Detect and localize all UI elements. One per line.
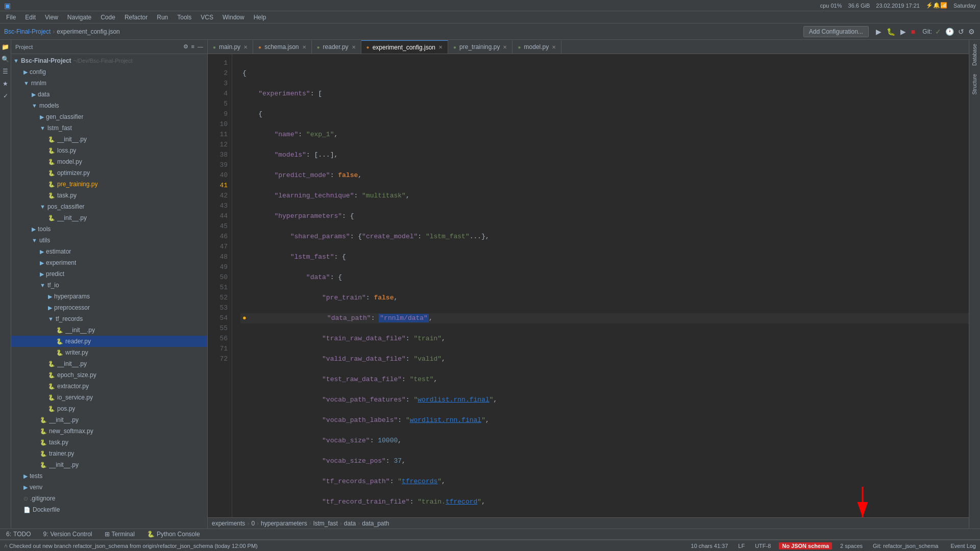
- status-json-schema-badge[interactable]: No JSON schema: [779, 542, 832, 549]
- tab-model-py-close[interactable]: ✕: [552, 44, 556, 50]
- tree-item-venv[interactable]: ▶ venv: [11, 482, 207, 493]
- tree-item-epoch-size[interactable]: 🐍 epoch_size.py: [11, 369, 207, 381]
- settings-icon[interactable]: ⚙: [967, 27, 976, 37]
- tree-item-dockerfile[interactable]: 📄 Dockerfile: [11, 504, 207, 515]
- tree-item-init6[interactable]: 🐍 __init__.py: [11, 459, 207, 470]
- breadcrumb-0[interactable]: 0: [251, 520, 255, 527]
- tree-item-models[interactable]: ▼ models: [11, 100, 207, 111]
- tree-item-init5[interactable]: 🐍 __init__.py: [11, 414, 207, 425]
- sidebar-cog-icon[interactable]: ≡: [191, 43, 194, 50]
- database-panel-label[interactable]: Database: [971, 42, 978, 68]
- breadcrumb-data[interactable]: data: [344, 520, 356, 527]
- tree-item-pos[interactable]: 🐍 pos.py: [11, 403, 207, 414]
- code-editor[interactable]: 1 2 3 4 5 9 10 11 12 38 39 40 41 42 43 4…: [208, 54, 969, 517]
- tree-item-extractor[interactable]: 🐍 extractor.py: [11, 381, 207, 392]
- coverage-icon[interactable]: ▶: [899, 27, 907, 37]
- menu-view[interactable]: View: [41, 13, 62, 22]
- status-lf[interactable]: LF: [736, 543, 747, 549]
- tree-item-init3[interactable]: 🐍 __init__.py: [11, 324, 207, 336]
- project-tool-icon[interactable]: 📁: [1, 42, 11, 52]
- tree-item-preprocessor[interactable]: ▶ preprocessor: [11, 302, 207, 313]
- structure-tool-icon[interactable]: ☰: [1, 66, 11, 77]
- menu-window[interactable]: Window: [218, 13, 249, 22]
- menu-vcs[interactable]: VCS: [197, 13, 217, 22]
- breadcrumb-lstm-fast[interactable]: lstm_fast: [313, 520, 338, 527]
- tree-item-init1[interactable]: 🐍 __init__.py: [11, 134, 207, 145]
- tree-item-utils[interactable]: ▼ utils: [11, 235, 207, 246]
- tab-schema-json[interactable]: ● schema.json ✕: [253, 40, 311, 54]
- search-tool-icon[interactable]: 🔍: [1, 54, 11, 64]
- menu-refactor[interactable]: Refactor: [120, 13, 152, 22]
- menu-file[interactable]: File: [2, 13, 20, 22]
- status-indent[interactable]: 2 spaces: [838, 543, 865, 549]
- code-content[interactable]: { "experiments": [ { "name": "exp_1", "m…: [232, 54, 969, 517]
- stop-icon[interactable]: ■: [910, 27, 916, 37]
- active-file-tab[interactable]: experiment_config.json: [57, 28, 119, 35]
- sidebar-collapse-icon[interactable]: —: [198, 43, 203, 50]
- tab-reader-py[interactable]: ● reader.py ✕: [312, 40, 361, 54]
- menu-help[interactable]: Help: [250, 13, 271, 22]
- tab-model-py[interactable]: ● model.py ✕: [512, 40, 561, 54]
- tree-item-rnnlm[interactable]: ▼ rnnlm: [11, 78, 207, 89]
- tab-pre-training[interactable]: ● pre_training.py ✕: [448, 40, 512, 54]
- debug-icon[interactable]: 🐛: [886, 27, 896, 37]
- tree-item-tf-records[interactable]: ▼ tf_records: [11, 313, 207, 324]
- bottom-tab-terminal[interactable]: ⊞ Terminal: [103, 530, 137, 539]
- tree-item-hyperparams[interactable]: ▶ hyperparams: [11, 291, 207, 302]
- menu-edit[interactable]: Edit: [21, 13, 40, 22]
- structure-panel-label[interactable]: Structure: [971, 72, 978, 97]
- add-configuration-button[interactable]: Add Configuration...: [803, 26, 869, 37]
- tree-item-data[interactable]: ▶ data: [11, 89, 207, 100]
- tree-item-gitignore[interactable]: ⊙ .gitignore: [11, 493, 207, 504]
- project-name[interactable]: Bsc-Final-Project: [4, 28, 51, 35]
- menu-tools[interactable]: Tools: [173, 13, 195, 22]
- tree-item-writer[interactable]: 🐍 writer.py: [11, 347, 207, 358]
- tree-item-gen-classifier[interactable]: ▶ gen_classifier: [11, 111, 207, 122]
- tab-experiment-config[interactable]: ● experiment_config.json ✕: [361, 40, 448, 54]
- tree-item-init4[interactable]: 🐍 __init__.py: [11, 358, 207, 369]
- git-checkmark-icon[interactable]: ✓: [934, 27, 942, 37]
- tree-item-pos-classifier[interactable]: ▼ pos_classifier: [11, 201, 207, 212]
- tree-item-tools[interactable]: ▶ tools: [11, 223, 207, 235]
- menu-run[interactable]: Run: [153, 13, 172, 22]
- status-vcs[interactable]: Git: refactor_json_schema: [871, 543, 940, 549]
- bottom-tab-python-console[interactable]: 🐍 Python Console: [145, 530, 202, 539]
- tab-experiment-config-close[interactable]: ✕: [438, 44, 443, 50]
- tree-item-estimator[interactable]: ▶ estimator: [11, 246, 207, 257]
- tree-item-pre-training[interactable]: 🐍 pre_training.py: [11, 179, 207, 190]
- breadcrumb-data-path[interactable]: data_path: [362, 520, 389, 527]
- tree-item-root[interactable]: ▼ Bsc-Final-Project ~/Dev/Bsc-Final-Proj…: [11, 55, 207, 66]
- tab-main-py[interactable]: ● main.py ✕: [208, 40, 253, 54]
- tree-item-predict[interactable]: ▶ predict: [11, 268, 207, 280]
- bottom-tab-todo[interactable]: 6: TODO: [4, 530, 33, 539]
- tree-item-init2[interactable]: 🐍 __init__.py: [11, 212, 207, 223]
- event-log-label[interactable]: Event Log: [950, 543, 976, 549]
- run-icon[interactable]: ▶: [875, 27, 883, 37]
- tab-schema-json-close[interactable]: ✕: [302, 44, 306, 50]
- sidebar-gear-icon[interactable]: ⚙: [183, 43, 188, 50]
- bottom-tab-version-control[interactable]: 9: Version Control: [41, 530, 94, 539]
- status-encoding[interactable]: UTF-8: [753, 543, 773, 549]
- tree-item-experiment[interactable]: ▶ experiment: [11, 257, 207, 268]
- tree-item-tf-io[interactable]: ▼ tf_io: [11, 280, 207, 291]
- git-clock-icon[interactable]: 🕐: [944, 27, 955, 37]
- tree-item-lstm-fast[interactable]: ▼ lstm_fast: [11, 122, 207, 134]
- favorites-tool-icon[interactable]: ★: [1, 79, 11, 89]
- reload-icon[interactable]: ↺: [957, 27, 965, 37]
- tree-item-task2[interactable]: 🐍 task.py: [11, 437, 207, 448]
- tree-item-tests[interactable]: ▶ tests: [11, 470, 207, 482]
- breadcrumb-experiments[interactable]: experiments: [212, 520, 245, 527]
- tree-item-loss[interactable]: 🐍 loss.py: [11, 145, 207, 156]
- tree-item-task1[interactable]: 🐍 task.py: [11, 190, 207, 201]
- tree-item-config[interactable]: ▶ config: [11, 66, 207, 78]
- tree-item-trainer[interactable]: 🐍 trainer.py: [11, 448, 207, 459]
- tab-pre-training-close[interactable]: ✕: [503, 44, 507, 50]
- tree-item-optimizer[interactable]: 🐍 optimizer.py: [11, 167, 207, 179]
- tree-item-io-service[interactable]: 🐍 io_service.py: [11, 392, 207, 403]
- tree-item-reader[interactable]: 🐍 reader.py: [11, 336, 207, 347]
- breadcrumb-hyperparameters[interactable]: hyperparameters: [261, 520, 307, 527]
- tree-item-new-softmax[interactable]: 🐍 new_softmax.py: [11, 425, 207, 437]
- todo-tool-icon[interactable]: ✓: [1, 91, 11, 101]
- menu-code[interactable]: Code: [96, 13, 119, 22]
- status-position[interactable]: 10 chars 41:37: [689, 543, 730, 549]
